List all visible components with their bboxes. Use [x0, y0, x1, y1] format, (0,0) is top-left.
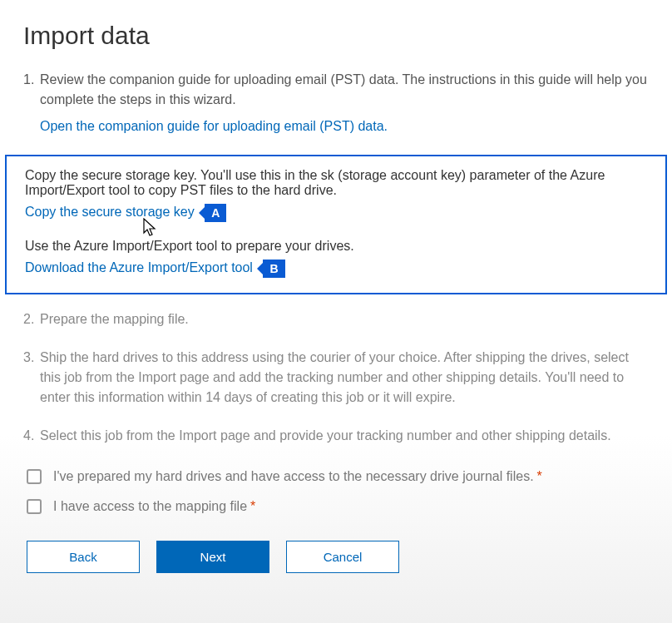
copy-storage-key-link[interactable]: Copy the secure storage key [25, 205, 195, 220]
checkbox-row-mapping: I have access to the mapping file * [27, 499, 649, 514]
checkbox-drives[interactable] [27, 469, 42, 484]
steps-list: Review the companion guide for uploading… [23, 70, 649, 446]
required-mark: * [537, 469, 542, 484]
cancel-button[interactable]: Cancel [286, 541, 399, 573]
step-6: Select this job from the Import page and… [23, 426, 649, 446]
companion-guide-link[interactable]: Open the companion guide for uploading e… [40, 116, 388, 136]
checkbox-drives-label: I've prepared my hard drives and have ac… [53, 469, 534, 484]
step-5: Ship the hard drives to this address usi… [23, 348, 649, 408]
callout-b: B [263, 260, 284, 278]
step-3: Use the Azure Import/Export tool to prep… [25, 239, 647, 278]
back-button[interactable]: Back [27, 541, 140, 573]
checkbox-row-drives: I've prepared my hard drives and have ac… [27, 469, 649, 484]
step-4: Prepare the mapping file. [23, 309, 649, 329]
next-button[interactable]: Next [156, 541, 269, 573]
download-tool-link[interactable]: Download the Azure Import/Export tool [25, 260, 253, 275]
step-5-text: Ship the hard drives to this address usi… [40, 350, 629, 404]
step-4-text: Prepare the mapping file. [40, 312, 189, 326]
checkbox-group: I've prepared my hard drives and have ac… [27, 469, 649, 514]
page-title: Import data [23, 22, 649, 50]
step-3-text: Use the Azure Import/Export tool to prep… [25, 239, 354, 253]
checkbox-mapping-label: I have access to the mapping file [53, 499, 247, 514]
highlight-box: Copy the secure storage key. You'll use … [5, 155, 667, 294]
step-2: Copy the secure storage key. You'll use … [25, 168, 647, 222]
button-row: Back Next Cancel [27, 541, 649, 573]
step-1-text: Review the companion guide for uploading… [40, 72, 647, 106]
step-1: Review the companion guide for uploading… [23, 70, 649, 136]
step-6-text: Select this job from the Import page and… [40, 428, 611, 443]
step-2-text: Copy the secure storage key. You'll use … [25, 168, 605, 197]
checkbox-mapping[interactable] [27, 499, 42, 514]
callout-a: A [205, 204, 226, 222]
required-mark: * [250, 499, 255, 514]
